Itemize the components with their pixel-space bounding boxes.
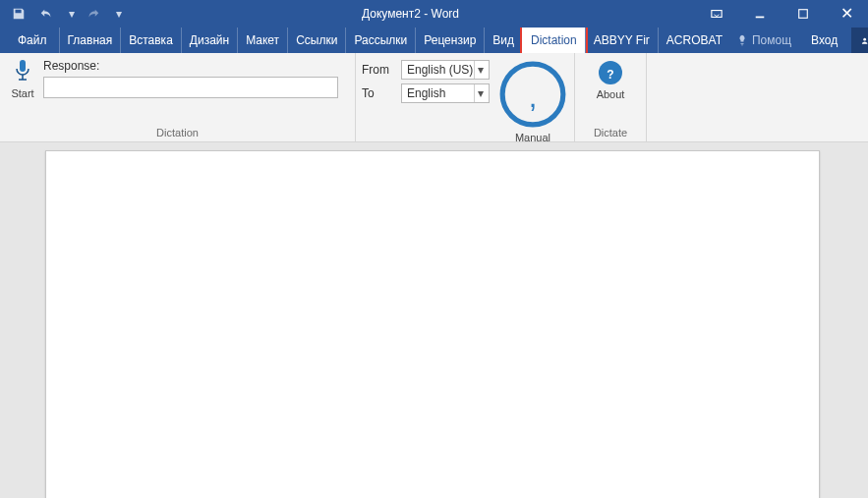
tab-references[interactable]: Ссылки [287, 28, 345, 53]
tab-insert[interactable]: Вставка [120, 28, 181, 53]
lightbulb-icon [736, 34, 748, 46]
svg-rect-2 [799, 10, 808, 19]
share-button[interactable]: Общий доступ [851, 28, 868, 53]
svg-point-3 [864, 37, 867, 40]
response-label: Response: [43, 59, 349, 73]
punctuation-icon: , [497, 59, 568, 130]
redo-icon[interactable] [81, 2, 106, 26]
window-title: Документ2 - Word [126, 7, 695, 21]
chevron-down-icon: ▾ [474, 61, 486, 79]
tab-design[interactable]: Дизайн [181, 28, 237, 53]
tab-review[interactable]: Рецензир [415, 28, 484, 53]
svg-text:,: , [529, 80, 538, 114]
tell-me-search[interactable]: Помощ [730, 33, 797, 47]
document-page[interactable] [45, 150, 820, 498]
undo-dropdown-icon[interactable]: ▾ [65, 2, 79, 26]
chevron-down-icon: ▾ [474, 84, 486, 102]
response-input[interactable] [43, 77, 338, 98]
tab-file[interactable]: Файл [6, 28, 59, 53]
svg-text:?: ? [607, 68, 613, 82]
tab-mailings[interactable]: Рассылки [345, 28, 415, 53]
ribbon-options-icon[interactable] [695, 0, 738, 28]
microphone-icon [14, 59, 31, 85]
tab-home[interactable]: Главная [59, 28, 121, 53]
undo-icon[interactable] [33, 2, 59, 26]
svg-rect-4 [20, 60, 26, 72]
from-language-select[interactable]: English (US) ▾ [401, 60, 490, 80]
document-canvas [0, 142, 868, 498]
group-dictate-label: Dictate [581, 125, 640, 141]
about-button[interactable]: ? About [581, 59, 640, 101]
tab-acrobat[interactable]: ACROBAT [658, 28, 730, 53]
from-label: From [362, 63, 397, 77]
start-dictation-button[interactable]: Start [6, 59, 39, 99]
qat-customize-icon[interactable]: ▾ [112, 2, 126, 26]
maximize-icon[interactable] [781, 0, 825, 28]
tab-view[interactable]: Вид [484, 28, 522, 53]
minimize-icon[interactable] [738, 0, 781, 28]
person-icon [861, 34, 868, 47]
group-dictation-label: Dictation [6, 125, 349, 141]
tab-dictation[interactable]: Dictation [522, 28, 585, 53]
question-icon: ? [597, 59, 624, 86]
sign-in-button[interactable]: Вход [801, 33, 847, 47]
tab-layout[interactable]: Макет [237, 28, 287, 53]
to-language-select[interactable]: English ▾ [401, 83, 490, 103]
tab-abbyy[interactable]: ABBYY Fir [585, 28, 658, 53]
save-icon[interactable] [6, 2, 31, 26]
to-label: To [362, 86, 397, 100]
close-icon[interactable]: ✕ [825, 0, 868, 28]
